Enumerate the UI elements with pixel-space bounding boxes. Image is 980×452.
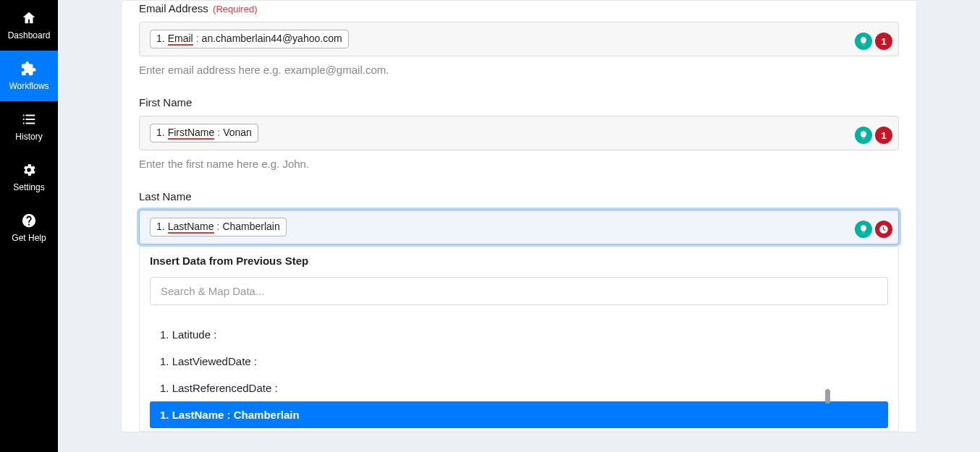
firstname-input[interactable]: 1. FirstName : Vonan 1 bbox=[139, 116, 899, 150]
field-label-lastname: Last Name bbox=[139, 190, 899, 202]
step-badge[interactable]: 1 bbox=[875, 127, 892, 144]
bulb-icon[interactable] bbox=[855, 221, 872, 238]
bulb-icon[interactable] bbox=[855, 33, 872, 50]
sidebar-item-label: Dashboard bbox=[8, 30, 51, 40]
option-lastvieweddate[interactable]: 1. LastViewedDate : bbox=[150, 348, 888, 375]
step-badge[interactable]: 1 bbox=[875, 33, 892, 50]
field-lastname: Last Name 1. LastName : Chamberlain bbox=[139, 190, 899, 432]
sidebar-item-settings[interactable]: Settings bbox=[0, 152, 58, 202]
gear-icon bbox=[21, 162, 37, 178]
lastname-input[interactable]: 1. LastName : Chamberlain bbox=[139, 210, 899, 244]
main-content: Email Address (Required) 1. Email : an.c… bbox=[58, 0, 980, 452]
sidebar-item-label: History bbox=[15, 132, 42, 142]
sidebar-item-label: Settings bbox=[13, 182, 44, 192]
sidebar-item-dashboard[interactable]: Dashboard bbox=[0, 0, 58, 51]
sidebar-item-history[interactable]: History bbox=[0, 101, 58, 152]
question-icon bbox=[21, 213, 37, 229]
option-lastreferenceddate[interactable]: 1. LastReferencedDate : bbox=[150, 375, 888, 401]
help-text-email: Enter email address here e.g. example@gm… bbox=[139, 64, 899, 76]
data-token[interactable]: 1. FirstName : Vonan bbox=[150, 124, 258, 142]
field-label-email: Email Address (Required) bbox=[139, 2, 899, 14]
field-label-firstname: First Name bbox=[139, 96, 899, 108]
sidebar-item-label: Get Help bbox=[12, 233, 46, 243]
field-email: Email Address (Required) 1. Email : an.c… bbox=[139, 2, 899, 76]
list-icon bbox=[21, 111, 37, 127]
dropdown-title: Insert Data from Previous Step bbox=[150, 255, 888, 267]
sidebar-item-gethelp[interactable]: Get Help bbox=[0, 202, 58, 253]
sidebar: Dashboard Workflows History Settings Get… bbox=[0, 0, 58, 452]
email-input[interactable]: 1. Email : an.chamberlain44@yahoo.com 1 bbox=[139, 22, 899, 56]
bulb-icon[interactable] bbox=[855, 127, 872, 144]
puzzle-icon bbox=[21, 61, 37, 77]
data-token[interactable]: 1. LastName : Chamberlain bbox=[150, 218, 287, 236]
step-icon[interactable] bbox=[875, 221, 892, 238]
field-firstname: First Name 1. FirstName : Vonan 1 bbox=[139, 96, 899, 170]
required-indicator: (Required) bbox=[213, 4, 257, 14]
options-list: 1. Latitude : 1. LastViewedDate : 1. Las… bbox=[150, 321, 888, 428]
scrollbar-thumb[interactable] bbox=[825, 389, 830, 404]
insert-data-dropdown: Insert Data from Previous Step 1. Latitu… bbox=[139, 244, 899, 432]
option-latitude[interactable]: 1. Latitude : bbox=[150, 321, 888, 348]
home-icon bbox=[21, 10, 37, 26]
sidebar-item-label: Workflows bbox=[9, 81, 48, 91]
search-input[interactable] bbox=[150, 277, 888, 305]
sidebar-item-workflows[interactable]: Workflows bbox=[0, 51, 58, 101]
option-lastname[interactable]: 1. LastName : Chamberlain bbox=[150, 401, 888, 428]
help-text-firstname: Enter the first name here e.g. John. bbox=[139, 158, 899, 170]
data-token[interactable]: 1. Email : an.chamberlain44@yahoo.com bbox=[150, 30, 349, 48]
